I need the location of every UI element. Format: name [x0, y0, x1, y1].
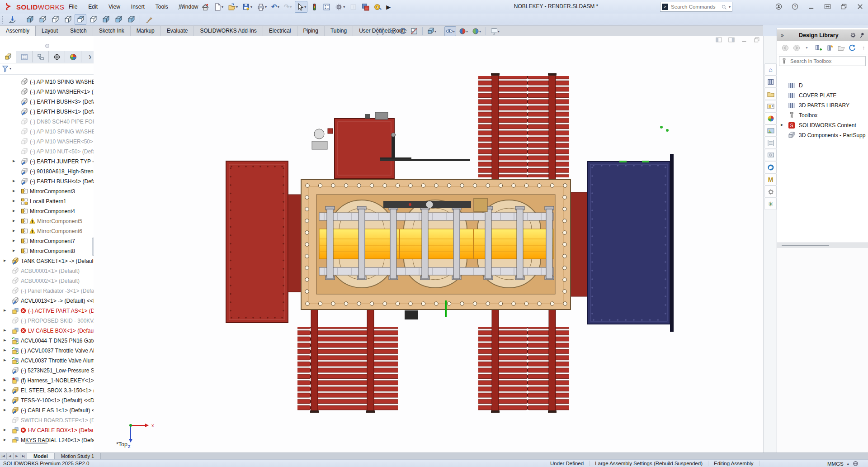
tree-item[interactable]: (-) PROPOSED SKID - 300KVA<1 — [0, 316, 94, 326]
appearances-pane-button[interactable] — [764, 112, 777, 124]
expander-icon[interactable]: ▶ — [13, 249, 15, 253]
tree-item[interactable]: ▶MirrorComponent4 — [0, 206, 94, 216]
zoom-to-fit-button[interactable] — [375, 26, 385, 36]
view-back-button[interactable] — [37, 14, 48, 25]
right-connector-flange[interactable] — [571, 192, 588, 296]
home-button[interactable] — [200, 1, 210, 13]
pin-pane-icon[interactable] — [859, 32, 865, 38]
tab-scroll-first[interactable]: |◀ — [0, 453, 7, 459]
refresh-button[interactable] — [848, 43, 857, 52]
tree-item[interactable]: (-) EARTH BUSH<3> (Default — [0, 97, 94, 107]
select-button[interactable]: ▾ — [295, 1, 307, 13]
settings-resources-pane-button[interactable]: ✳ — [764, 198, 777, 210]
screen-capture-pane-button[interactable] — [764, 149, 777, 161]
expander-icon[interactable]: ▶ — [4, 388, 6, 392]
expander-icon[interactable]: ▶ — [13, 179, 15, 183]
clamp-knob[interactable] — [426, 201, 433, 208]
hv-cable-box[interactable] — [588, 162, 670, 324]
library-item[interactable]: D — [777, 81, 868, 91]
library-item[interactable]: COVER PLATE — [777, 91, 868, 100]
manufacturing-network-pane-button[interactable] — [764, 186, 777, 198]
expander-icon[interactable]: ▶ — [13, 209, 15, 213]
tree-item[interactable]: ACBU0001<1> (Default) — [0, 266, 94, 276]
expander-icon[interactable]: ▶ — [13, 199, 15, 203]
edit-appearance-brush-button[interactable] — [143, 14, 155, 25]
normal-to-button[interactable] — [6, 14, 18, 25]
expander-icon[interactable]: ▶ — [13, 159, 15, 163]
graphics-viewport[interactable]: x z *Top — [94, 36, 763, 453]
tab-sketch-ink[interactable]: Sketch Ink — [93, 26, 131, 36]
menu-file[interactable]: File — [63, 3, 83, 11]
bottom-fitting[interactable] — [405, 310, 418, 319]
tree-item[interactable]: ▶(-) CABLE AS 1<1> (Default) <Dis — [0, 405, 94, 415]
view-right-button[interactable] — [62, 14, 74, 25]
options-button[interactable]: ▾ — [334, 1, 346, 13]
toolbox-search-box[interactable] — [779, 56, 866, 66]
split-left-button[interactable] — [715, 36, 723, 43]
panel-tabs-overflow-icon[interactable]: ❯ — [86, 51, 94, 63]
panel-tab-featuremanager-design-tree[interactable] — [0, 51, 16, 63]
file-explorer-pane-button[interactable] — [764, 88, 777, 100]
hide-show-items-button[interactable]: ▾ — [444, 26, 456, 36]
collapse-pane-icon[interactable]: » — [777, 32, 788, 38]
assembly-model[interactable]: x z *Top — [94, 36, 763, 453]
search-commands-input[interactable] — [670, 4, 719, 10]
tab-sketch[interactable]: Sketch — [64, 26, 93, 36]
expander-icon[interactable]: ▶ — [4, 408, 6, 412]
save-button[interactable]: ▾ — [241, 1, 254, 13]
tab-evaluate[interactable]: Evaluate — [161, 26, 194, 36]
expander-icon[interactable]: ▶ — [13, 239, 15, 243]
unit-system[interactable]: MMGS ▴ — [827, 461, 859, 467]
expander-icon[interactable]: ▶ — [781, 123, 783, 127]
back-button[interactable] — [781, 43, 790, 52]
tree-item[interactable]: ▶(f) Harness_1-NOBLEKEY<1> (Def — [0, 376, 94, 386]
tab-tubing[interactable]: Tubing — [325, 26, 353, 36]
tree-item[interactable]: ▶(-) ACTIVE PART AS<1> (Def — [0, 306, 94, 316]
minimize-doc-button[interactable] — [740, 36, 748, 43]
doc-tab-model[interactable]: Model — [27, 453, 55, 459]
tree-item[interactable]: (-) AP M10 WASHER<1> (Def — [0, 87, 94, 97]
panel-handle-dot[interactable] — [45, 44, 49, 48]
tree-horizontal-scrollbar[interactable] — [25, 443, 47, 444]
dropdown-button[interactable]: ▾ — [803, 43, 812, 52]
tree-item[interactable]: ▶(-) EARTH JUMPER TYP - 1<1 — [0, 157, 94, 167]
tree-item[interactable]: ▶MirrorComponent7 — [0, 236, 94, 246]
login-button[interactable] — [773, 1, 784, 11]
menu-view[interactable]: View — [103, 3, 126, 11]
tree-item[interactable]: ▶TANK GASKET<1> -> (Default) < — [0, 256, 94, 266]
view-trimetric-button[interactable] — [113, 14, 124, 25]
view-front-button[interactable] — [24, 14, 36, 25]
tree-item[interactable]: ▶TESS-Y-100<1> (Default) <<Defa — [0, 396, 94, 405]
panel-tab-displaymanager[interactable] — [65, 51, 81, 62]
toolbox-search-input[interactable] — [789, 58, 863, 64]
rebuild-button[interactable] — [348, 1, 359, 13]
minimize-button[interactable] — [806, 1, 816, 11]
expander-icon[interactable]: ▶ — [4, 428, 6, 432]
expander-icon[interactable]: ▶ — [13, 229, 15, 233]
tab-scroll-last[interactable]: ▶| — [20, 453, 27, 459]
search-scope-caret[interactable]: ▾ — [729, 5, 731, 9]
tree-item[interactable]: ▶MirrorComponent3 — [0, 186, 94, 196]
redo-button[interactable]: ↷▾ — [283, 1, 293, 13]
tree-item[interactable]: ▶(-) ACVL0037 Throttle Valve Alum — [0, 346, 94, 356]
tree-item[interactable]: ▶HV CABLE BOX<1> (Default) — [0, 425, 94, 435]
unit-caret-icon[interactable]: ▴ — [847, 462, 849, 466]
expander-icon[interactable]: ▶ — [4, 338, 6, 342]
conservator-box[interactable] — [335, 119, 394, 178]
content-central-pane-button[interactable]: M — [764, 173, 777, 186]
tag-icon[interactable] — [853, 461, 859, 467]
zoom-to-area-button[interactable] — [387, 26, 396, 36]
view-dimetric-button[interactable] — [125, 14, 137, 25]
split-right-button[interactable] — [727, 36, 736, 43]
measure-button[interactable] — [373, 1, 383, 13]
new-document-button[interactable]: ▾ — [212, 1, 225, 13]
library-item[interactable]: Toolbox — [777, 110, 868, 120]
tree-item[interactable]: (-) 90180A618_High-Strength — [0, 167, 94, 176]
valve-fitting[interactable] — [314, 129, 324, 139]
filter-caret-icon[interactable]: ▾ — [9, 67, 11, 71]
tree-item[interactable]: ▶MirrorComponent8 — [0, 246, 94, 256]
tree-item[interactable]: ▶EL STEEL SBOX 3.3-150<1> (Defau — [0, 386, 94, 396]
panel-tab-dimxpertmanager[interactable] — [49, 51, 65, 62]
view-left-button[interactable] — [49, 14, 61, 25]
library-item[interactable]: 3D Components - PartSupp — [777, 130, 868, 140]
